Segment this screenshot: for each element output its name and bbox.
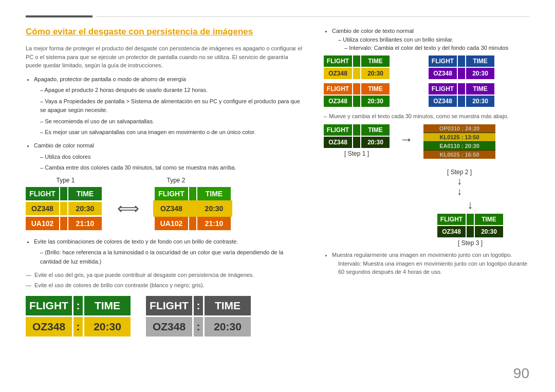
type-labels: Type 1 Type 2 [26,177,303,184]
g2-r-right: 20:30 [466,68,494,79]
g1-r-left: OZ348 [324,68,352,79]
bullet1-title: Apagado, protector de pantalla o modo de… [34,75,303,84]
step1-h-right: TIME [361,124,390,136]
bottom-right-header: FLIGHT : TIME [146,296,251,315]
g2-h-right: TIME [466,55,494,67]
muestra-text2: Intervalo: Muestra una imagen en movimie… [338,259,529,276]
g4-h-left: FLIGHT [429,83,457,95]
bottom-left-row2-colon: : [73,317,83,337]
bottom-left-header: FLIGHT : TIME [26,296,131,315]
bottom-left-header-colon: : [73,296,83,315]
type2-header-colon [189,187,196,200]
contrast-bullets: Evite las combinaciones de colores de te… [26,237,303,267]
type1-row2-right: 20:30 [68,202,102,215]
step-arrow-right: → [400,132,413,147]
g3-h-left: FLIGHT [324,83,352,95]
step2-over1: OP0310 : 24:20 [423,124,495,133]
double-arrow: ⟺ [117,199,139,217]
g4-h-colon [458,83,465,95]
step3-h-colon [467,214,474,225]
step2-label: [ Step 2 ] [447,169,472,176]
bullet1-sub1: Apague el producto 2 horas después de us… [40,86,303,95]
contrast-note2: (Brillo: hace referencia a la luminosida… [40,248,303,266]
right-sub1b: Intervalo: Cambia el color del texto y d… [344,44,529,52]
g2-h-left: FLIGHT [429,55,457,67]
step3-area: ↓ FLIGHT TIME OZ348 20:30 [ St [411,198,529,247]
bottom-left-header-right: TIME [84,296,131,315]
bullet2-title: Cambio de color normal [34,141,303,151]
grey-note: Evite el uso del gris, ya que puede cont… [26,271,303,279]
step2-over4: KL0025 : 16:50 [423,151,495,159]
step3-h-right: TIME [475,214,503,225]
bullet1-sub2: Vaya a Propiedades de pantalla > Sistema… [40,97,303,115]
bullet-list-2: Cambio de color normal Utiliza dos color… [26,141,303,173]
g3-r-left: OZ348 [324,96,352,107]
step2-bg-display: OP0310 : 24:20 KL0125 : 13:50 EA0110 : 2… [423,124,495,159]
type2-label: Type 2 [136,177,216,184]
grid-display-3: FLIGHT TIME OZ348 20:30 [324,83,424,107]
top-line-dark [26,15,92,17]
step1-r-left: OZ348 [324,137,352,148]
right-color-grid: FLIGHT TIME OZ348 20:30 FLIGHT [324,55,529,107]
type1-row3-colon [60,217,67,230]
g2-r-left: OZ348 [429,68,457,79]
g2-h-colon [458,55,465,67]
type1-row3-left: UA102 [26,217,59,230]
bw-note: Evite el uso de colores de brillo con co… [26,281,303,290]
bottom-left-row2-right: 20:30 [84,317,131,337]
type1-row2-colon [60,202,67,215]
grid-display-1: FLIGHT TIME OZ348 20:30 [324,55,424,79]
type2-row3: UA102 21:10 [155,217,231,230]
g1-h-colon [353,55,360,67]
type-widgets-row: FLIGHT TIME OZ348 20:30 UA102 21:10 [26,187,303,230]
type1-row2-left: OZ348 [26,202,59,215]
muestra-text1: Muestra regularmente una imagen en movim… [332,251,529,259]
type1-header-right: TIME [68,187,102,200]
bottom-right-header-left: FLIGHT [146,296,192,315]
g3-h-colon [353,83,360,95]
top-line-light [97,16,529,17]
bullet2-sub1b: Cambia entre dos colores cada 30 minutos… [40,163,303,173]
type2-row3-left: UA102 [155,217,188,230]
type1-header-colon [60,187,67,200]
type2-header-left: FLIGHT [155,187,188,200]
step1-r-colon [353,137,360,148]
g4-r-colon [458,96,465,107]
g4-h-right: TIME [466,83,494,95]
step2-over3: EA0110 : 20:30 [423,142,495,150]
bottom-left-header-left: FLIGHT [26,296,72,315]
muestra-note1: Muestra regularmente una imagen en movim… [324,251,529,276]
type1-row3: UA102 21:10 [26,217,102,230]
main-layout: Cómo evitar el desgaste con persistencia… [26,27,529,337]
steps-section: FLIGHT TIME OZ348 20:30 [ Step 1 ] [324,124,529,247]
g3-r-colon [353,96,360,107]
bottom-right-row2-right: 20:30 [205,317,251,337]
type1-row2: OZ348 20:30 [26,202,102,215]
intro-text: La mejor forma de proteger el producto d… [26,44,303,70]
step2-over2: KL0125 : 13:50 [423,133,495,141]
type2-display: FLIGHT TIME OZ348 20:30 UA102 21:10 [155,187,231,230]
type2-header-row: FLIGHT TIME [155,187,231,200]
g3-h-right: TIME [361,83,390,95]
bottom-left-display: FLIGHT : TIME OZ348 : 20:30 [26,296,131,337]
right-sub1: Utiliza colores brillantes con un brillo… [338,35,529,44]
type2-row3-right: 21:10 [197,217,231,230]
type1-row3-right: 21:10 [68,217,102,230]
grid-display-4: FLIGHT TIME OZ348 20:30 [429,83,529,107]
right-bullet-title: Cambio de color de texto normal [332,27,529,35]
bottom-right-row2-colon: : [194,317,203,337]
g4-r-left: OZ348 [429,96,457,107]
g1-r-colon [353,68,360,79]
type2-header-right: TIME [197,187,231,200]
step2-display-wrapper: OP0310 : 24:20 KL0125 : 13:50 EA0110 : 2… [423,124,495,166]
step3-h-left: FLIGHT [437,214,466,225]
step3-display: FLIGHT TIME OZ348 20:30 [437,214,503,237]
step1-h-left: FLIGHT [324,124,352,136]
g1-r-right: 20:30 [361,68,390,79]
step2-down-arrows: ↓↓ [457,176,462,196]
step1-container: FLIGHT TIME OZ348 20:30 [ Step 1 ] [324,124,390,157]
type2-row2-right: 20:30 [197,202,231,215]
bottom-right-header-colon: : [194,296,203,315]
move-note: –Mueve y cambia el texto cada 30 minutos… [324,112,529,121]
page-number: 90 [513,365,529,382]
